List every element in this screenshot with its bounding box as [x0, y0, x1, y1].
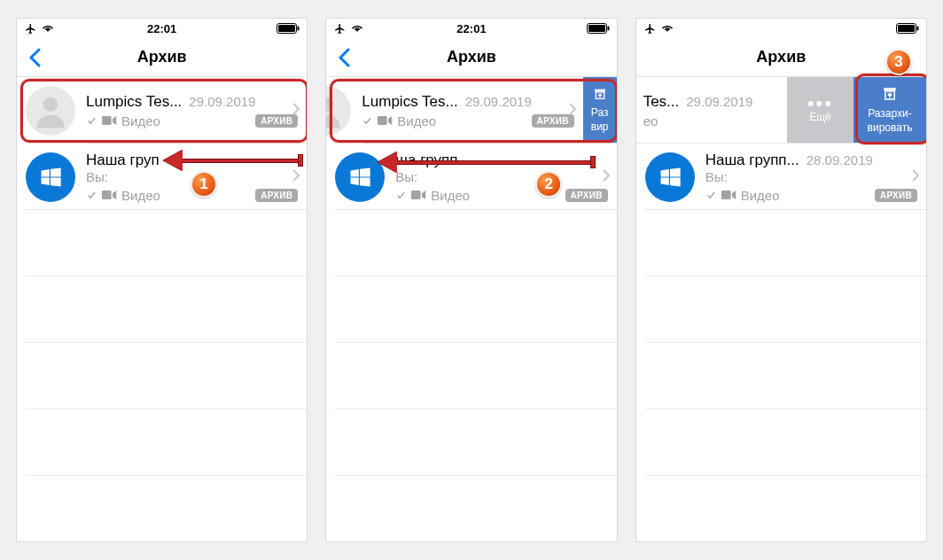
chat-date: 29.09.2019 — [465, 94, 532, 109]
clock-text: 22:01 — [147, 22, 176, 35]
avatar — [325, 86, 351, 136]
chat-name: Наша групп... — [705, 152, 799, 169]
chat-row[interactable]: Lumpics Tes... 29.09.2019 Видео АРХИВ — [17, 77, 307, 144]
chat-msg: Видео — [121, 113, 160, 128]
svg-rect-13 — [411, 191, 421, 199]
back-button[interactable] — [331, 45, 356, 70]
check-icon — [395, 188, 407, 203]
video-icon — [102, 113, 117, 128]
chat-row[interactable]: Lumpics Tes... 29.09.2019 Видео АРХИВ — [325, 77, 582, 144]
phone-screen-1: 22:01 Архив Lumpics Tes... 29.09.2019 — [16, 18, 308, 542]
you-label: Вы: — [395, 169, 417, 184]
chat-name: Tes... — [643, 93, 680, 111]
navbar: Архив — [636, 38, 926, 77]
chat-msg: Видео — [121, 188, 160, 203]
chat-row[interactable]: Наша групп... 28.09.2019 Вы: Видео АРХИВ — [636, 144, 926, 210]
chat-date: 29.09.2019 — [189, 94, 255, 109]
wifi-icon — [660, 23, 674, 34]
status-bar: 22:01 — [17, 19, 307, 38]
chat-msg: Видео — [741, 188, 780, 203]
status-bar: 22:01 — [326, 19, 616, 38]
archive-badge: АРХИВ — [532, 114, 574, 128]
page-title: Архив — [447, 48, 496, 66]
video-icon — [378, 113, 393, 128]
chat-msg: ео — [643, 113, 659, 128]
chevron-right-icon — [603, 169, 610, 185]
check-icon — [705, 188, 717, 203]
chevron-right-icon — [912, 169, 919, 185]
svg-rect-11 — [595, 89, 605, 91]
unarchive-icon — [592, 87, 608, 105]
battery-icon — [587, 23, 610, 34]
svg-rect-10 — [378, 116, 387, 125]
wifi-icon — [41, 23, 55, 34]
unarchive-action[interactable]: Разархи- вировать — [853, 77, 926, 144]
svg-rect-17 — [884, 88, 896, 90]
svg-point-3 — [43, 97, 58, 111]
svg-rect-15 — [898, 25, 915, 32]
navbar: Архив — [17, 38, 307, 77]
avatar — [645, 152, 695, 202]
check-icon — [86, 188, 97, 203]
phone-screen-3: 22:01 Архив Tes... 29.09.2019 ео АРХИВ — [635, 18, 927, 542]
check-icon — [86, 113, 97, 128]
page-title: Архив — [756, 48, 806, 66]
unarchive-icon — [881, 86, 899, 105]
chat-date: 29.09.2019 — [686, 94, 752, 109]
airplane-icon — [643, 23, 657, 35]
svg-rect-2 — [298, 27, 300, 31]
unarchive-action-partial[interactable]: Раз вир — [583, 77, 617, 144]
phone-screen-2: 22:01 Архив Lumpics Tes... 29.09.2019 — [325, 18, 617, 542]
archive-badge: АРХИВ — [255, 189, 298, 202]
navbar: Архив — [326, 38, 616, 77]
status-bar: 22:01 — [636, 19, 926, 38]
svg-rect-16 — [916, 27, 918, 31]
check-icon — [362, 113, 373, 128]
you-label: Вы: — [705, 169, 728, 184]
chat-name: Lumpics Tes... — [362, 93, 457, 111]
airplane-icon — [333, 23, 347, 35]
wifi-icon — [350, 23, 364, 34]
chat-msg: Видео — [397, 113, 436, 128]
page-title: Архив — [137, 48, 187, 66]
battery-icon — [896, 23, 919, 34]
video-icon — [411, 188, 426, 203]
chevron-right-icon — [569, 103, 576, 119]
archive-badge: АРХИВ — [255, 114, 298, 128]
svg-rect-4 — [102, 116, 112, 125]
svg-rect-19 — [721, 191, 731, 199]
chat-row[interactable]: ша групп Вы: Видео АРХИВ — [326, 144, 616, 210]
ellipsis-icon: ••• — [807, 97, 833, 109]
svg-rect-8 — [607, 27, 609, 31]
chat-date: 28.09.2019 — [807, 152, 873, 167]
svg-rect-1 — [278, 25, 295, 32]
video-icon — [721, 188, 736, 203]
clock-text: 22:01 — [456, 22, 486, 35]
avatar — [26, 86, 75, 136]
archive-badge: АРХИВ — [565, 189, 608, 202]
chat-name: ша групп — [395, 152, 457, 169]
archive-badge: АРХИВ — [875, 189, 917, 202]
chevron-right-icon — [292, 103, 300, 119]
chat-msg: Видео — [431, 188, 470, 203]
chat-row[interactable]: Наша груп 28.09.2019 Вы: Видео АРХИВ — [17, 144, 307, 210]
avatar — [335, 152, 385, 202]
svg-point-9 — [325, 97, 333, 111]
airplane-icon — [24, 23, 37, 35]
chat-name: Наша груп — [86, 152, 160, 169]
chat-name: Lumpics Tes... — [86, 93, 182, 111]
svg-rect-7 — [588, 25, 605, 32]
svg-rect-5 — [102, 191, 112, 199]
more-action[interactable]: ••• Ещё — [787, 77, 853, 144]
chevron-right-icon — [292, 169, 300, 185]
battery-icon — [277, 23, 300, 34]
back-button[interactable] — [22, 45, 47, 70]
you-label: Вы: — [86, 169, 108, 184]
video-icon — [102, 188, 117, 203]
avatar — [26, 152, 75, 202]
